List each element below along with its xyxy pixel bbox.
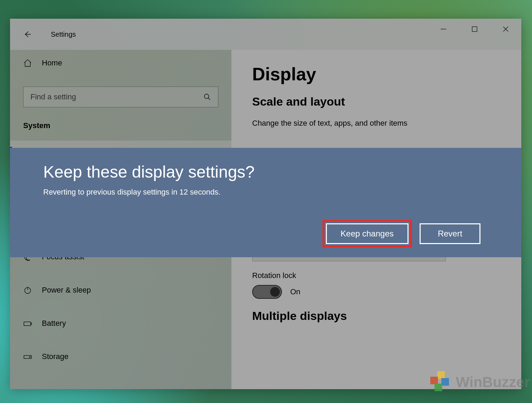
rotation-lock-toggle[interactable] xyxy=(252,285,282,299)
home-icon xyxy=(23,59,32,68)
section-scale-layout: Scale and layout xyxy=(252,95,501,108)
watermark: WinBuzzer xyxy=(428,371,530,393)
page-title: Display xyxy=(252,64,501,84)
storage-icon xyxy=(23,352,32,361)
battery-icon xyxy=(23,319,32,328)
sidebar-item-power-sleep[interactable]: Power & sleep xyxy=(10,274,231,307)
minimize-button[interactable] xyxy=(428,19,459,39)
close-icon xyxy=(503,26,509,32)
sidebar-home-label: Home xyxy=(42,59,62,68)
scale-label: Change the size of text, apps, and other… xyxy=(252,119,501,128)
rotation-lock-label: Rotation lock xyxy=(252,271,501,280)
titlebar: Settings xyxy=(10,19,521,50)
search-box[interactable] xyxy=(23,87,218,107)
maximize-button[interactable] xyxy=(459,19,490,39)
revert-button[interactable]: Revert xyxy=(420,223,480,244)
sidebar-item-label: Storage xyxy=(42,352,68,361)
svg-rect-0 xyxy=(472,27,477,32)
rotation-lock-state: On xyxy=(290,287,300,296)
keep-settings-dialog: Keep these display settings? Reverting t… xyxy=(10,148,521,257)
section-multiple-displays: Multiple displays xyxy=(252,309,501,323)
keep-changes-button[interactable]: Keep changes xyxy=(326,223,409,244)
sidebar-item-label: Power & sleep xyxy=(42,286,91,295)
window-controls xyxy=(428,19,521,39)
dialog-title: Keep these display settings? xyxy=(43,162,488,181)
dialog-button-row: Keep changes Revert xyxy=(43,223,488,244)
sidebar-item-battery[interactable]: Battery xyxy=(10,307,231,340)
sidebar-home[interactable]: Home xyxy=(10,50,231,76)
window-title: Settings xyxy=(51,30,76,38)
rotation-lock-row: On xyxy=(252,285,501,299)
power-icon xyxy=(23,286,32,295)
svg-point-8 xyxy=(29,357,30,358)
search-icon xyxy=(203,93,211,101)
minimize-icon xyxy=(440,26,447,32)
dialog-message: Reverting to previous display settings i… xyxy=(43,188,488,197)
sidebar-item-storage[interactable]: Storage xyxy=(10,340,231,373)
arrow-left-icon xyxy=(23,30,31,38)
sidebar-section-label: System xyxy=(10,107,231,141)
search-input[interactable] xyxy=(30,92,203,101)
maximize-icon xyxy=(471,26,478,32)
watermark-text: WinBuzzer xyxy=(456,374,530,391)
back-button[interactable] xyxy=(18,25,37,44)
svg-rect-5 xyxy=(24,322,31,326)
watermark-logo-icon xyxy=(428,371,452,393)
sidebar-item-label: Battery xyxy=(42,319,66,328)
close-button[interactable] xyxy=(490,19,521,39)
svg-rect-6 xyxy=(31,323,31,324)
svg-point-1 xyxy=(204,94,209,99)
